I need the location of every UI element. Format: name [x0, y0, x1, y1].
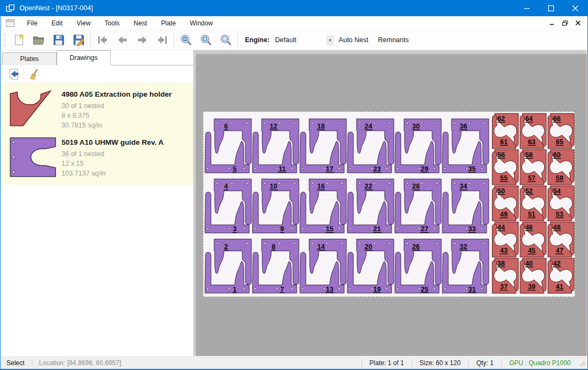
zoom-out-icon [180, 33, 193, 46]
main-toolbar: Engine: Default ▾ Auto Nest Remnants [1, 30, 587, 50]
drawing-1-title: 4980 A05 Extraction pipe holder [61, 90, 172, 98]
svg-text:64: 64 [525, 115, 533, 123]
svg-text:49: 49 [500, 211, 508, 218]
svg-text:41: 41 [556, 283, 563, 291]
nav-next-icon [136, 33, 149, 46]
new-document-icon [12, 33, 25, 46]
svg-text:34: 34 [460, 183, 467, 190]
svg-text:52: 52 [525, 187, 533, 195]
svg-text:44: 44 [497, 224, 505, 231]
zoom-extents-button[interactable] [216, 32, 236, 49]
svg-text:5: 5 [233, 165, 237, 173]
app-window: OpenNest - [N0317-004] File Edit View To… [0, 0, 588, 370]
zoom-in-button[interactable] [196, 32, 216, 49]
svg-text:23: 23 [373, 165, 381, 173]
menu-nest[interactable]: Nest [127, 17, 154, 30]
svg-text:51: 51 [528, 211, 536, 218]
window-minimize-button[interactable] [515, 0, 539, 16]
svg-text:35: 35 [468, 165, 476, 173]
window-maximize-button[interactable] [539, 0, 563, 16]
svg-text:37: 37 [500, 283, 508, 291]
tab-plates[interactable]: Plates [2, 52, 57, 65]
window-close-button[interactable] [563, 0, 587, 16]
import-drawing-button[interactable] [5, 67, 22, 82]
list-item-drawing-2[interactable]: 5019 A10 UHMW guide Rev. A 36 of 1 neste… [1, 133, 193, 181]
left-panel: Plates Drawings [1, 50, 193, 356]
svg-text:62: 62 [497, 115, 505, 123]
new-document-button[interactable] [9, 32, 29, 49]
document-window-icon[interactable] [6, 19, 15, 27]
nav-first-button[interactable] [92, 32, 112, 49]
remnants-button[interactable]: Remnants [373, 33, 414, 47]
mdi-minimize-icon[interactable] [547, 19, 557, 28]
list-item-drawing-1[interactable]: 4980 A05 Extraction pipe holder 30 of 1 … [1, 85, 193, 133]
menu-edit[interactable]: Edit [44, 17, 70, 30]
menu-file[interactable]: File [20, 17, 44, 30]
svg-text:32: 32 [460, 243, 467, 251]
resize-grip[interactable] [580, 360, 585, 367]
drawing-1-nested: 30 of 1 nested [61, 101, 172, 111]
status-bar: Select Location: [84.8696, 60.6957] Plat… [1, 356, 587, 369]
tab-drawings[interactable]: Drawings [57, 50, 111, 65]
open-button[interactable] [29, 32, 49, 49]
toolbar-grip[interactable] [4, 33, 6, 46]
chevron-down-icon[interactable]: ▾ [326, 35, 334, 45]
svg-text:54: 54 [553, 187, 560, 195]
svg-text:56: 56 [497, 151, 505, 159]
svg-text:14: 14 [317, 243, 325, 251]
nav-next-button[interactable] [132, 32, 152, 49]
nav-last-button[interactable] [152, 32, 172, 49]
svg-text:22: 22 [365, 183, 372, 190]
panel-splitter[interactable] [193, 50, 196, 356]
plate-svg: 6512111817242330293635431091615222128273… [203, 112, 575, 297]
clean-broom-icon [29, 68, 41, 80]
svg-text:3: 3 [233, 225, 237, 233]
status-plate-size: Size: 60 x 120 [412, 359, 468, 367]
save-button[interactable] [49, 32, 69, 49]
menu-plate[interactable]: Plate [154, 17, 183, 30]
svg-text:24: 24 [365, 123, 372, 130]
nesting-canvas[interactable]: 6512111817242330293635431091615222128273… [193, 50, 587, 356]
svg-text:48: 48 [553, 224, 560, 231]
svg-text:66: 66 [553, 115, 560, 123]
svg-text:63: 63 [528, 138, 536, 146]
svg-text:2: 2 [224, 243, 228, 251]
svg-text:27: 27 [421, 225, 428, 233]
menu-window[interactable]: Window [183, 17, 220, 30]
save-as-button[interactable] [69, 32, 88, 49]
svg-text:47: 47 [556, 247, 563, 254]
drawings-list: 4980 A05 Extraction pipe holder 30 of 1 … [1, 83, 193, 185]
svg-text:60: 60 [553, 151, 560, 159]
auto-nest-button[interactable]: Auto Nest [334, 33, 373, 47]
menu-view[interactable]: View [70, 17, 98, 30]
nav-last-icon [156, 33, 169, 46]
svg-text:43: 43 [500, 247, 508, 254]
app-icon [6, 4, 15, 12]
svg-text:1: 1 [233, 286, 237, 293]
svg-text:50: 50 [497, 187, 505, 195]
nav-previous-icon [116, 33, 129, 46]
svg-text:29: 29 [421, 165, 428, 173]
clean-button[interactable] [26, 67, 43, 82]
menu-tools[interactable]: Tools [98, 17, 127, 30]
status-gpu: GPU : Quadro P1000 [502, 359, 573, 367]
drawing-1-area: 30.7815 sq/in [61, 120, 172, 130]
nav-first-icon [96, 33, 109, 46]
import-drawing-icon [8, 68, 20, 80]
drawing-2-nested: 36 of 1 nested [61, 149, 163, 159]
svg-text:28: 28 [412, 183, 420, 190]
extraction-pipe-holder-shape [10, 89, 52, 127]
zoom-out-button[interactable] [176, 32, 196, 49]
svg-text:4: 4 [224, 183, 228, 190]
mdi-close-icon[interactable] [573, 19, 583, 28]
svg-text:45: 45 [528, 247, 536, 254]
svg-text:26: 26 [412, 243, 420, 251]
nav-previous-button[interactable] [112, 32, 132, 49]
engine-combobox[interactable]: Default ▾ [273, 35, 334, 46]
svg-text:46: 46 [525, 224, 533, 231]
canvas-top-strip [193, 50, 587, 54]
plate[interactable]: 6512111817242330293635431091615222128273… [203, 111, 575, 297]
svg-text:57: 57 [528, 174, 536, 182]
mdi-restore-icon[interactable] [560, 19, 570, 28]
svg-text:42: 42 [553, 260, 560, 267]
